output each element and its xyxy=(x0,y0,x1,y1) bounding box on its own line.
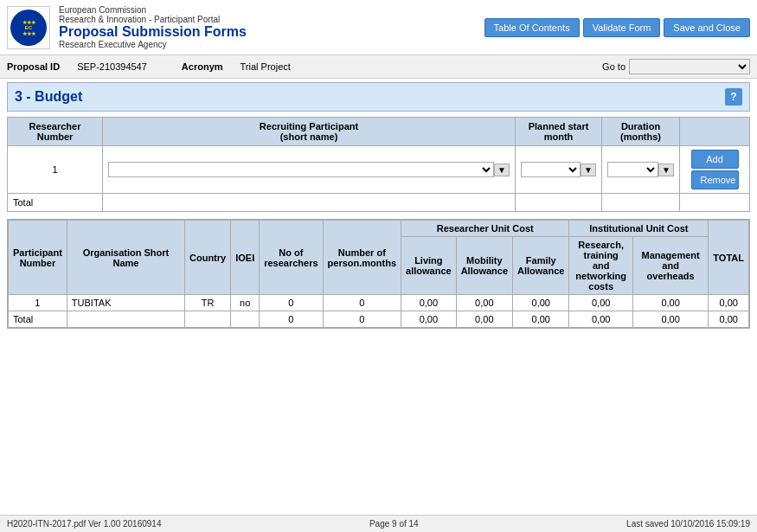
td-country: TR xyxy=(185,295,231,311)
bottom-table: ParticipantNumber Organisation Short Nam… xyxy=(8,220,749,328)
recruiting-dropdown-btn[interactable]: ▼ xyxy=(494,163,510,176)
td-total-person-months: 0 xyxy=(323,311,401,328)
total-btns-cell xyxy=(680,194,749,211)
duration-cell[interactable]: ▼ xyxy=(602,146,680,193)
page-footer: H2020-ITN-2017.pdf Ver 1.00 20160914 Pag… xyxy=(0,515,757,532)
td-management: 0,00 xyxy=(632,295,708,311)
th-family: FamilyAllowance xyxy=(513,237,569,295)
th-org-short: Organisation Short Name xyxy=(67,221,184,295)
form-total-row: Total xyxy=(8,194,749,211)
help-button[interactable]: ? xyxy=(725,88,742,106)
td-total-country xyxy=(185,311,231,328)
duration-select[interactable] xyxy=(607,162,658,177)
th-person-months: Number ofperson.months xyxy=(323,221,401,295)
ec-logo: ★★★EC★★★ xyxy=(7,6,50,49)
th-mobility: MobilityAllowance xyxy=(456,237,512,295)
header-text: European Commission Research & Innovatio… xyxy=(59,5,484,49)
total-row: Total 0 0 0,00 0,00 0,00 0,00 0,00 0,00 xyxy=(9,311,749,328)
footer-page: Page 9 of 14 xyxy=(369,519,419,529)
org-line1: European Commission xyxy=(59,5,484,15)
td-ioei: no xyxy=(231,295,260,311)
th-no-researchers: No ofresearchers xyxy=(260,221,323,295)
validate-button[interactable]: Validate Form xyxy=(583,18,661,37)
td-total-no-researchers: 0 xyxy=(260,311,323,328)
add-button[interactable]: Add xyxy=(691,150,739,169)
header-buttons: Table Of Contents Validate Form Save and… xyxy=(484,18,750,37)
acronym-label: Acronym xyxy=(182,61,223,72)
total-label: Total xyxy=(8,194,103,211)
footer-version: H2020-ITN-2017.pdf Ver 1.00 20160914 xyxy=(7,519,161,529)
duration-dropdown-btn[interactable]: ▼ xyxy=(658,163,674,176)
form-header: Researcher Number Recruiting Participant… xyxy=(8,118,749,146)
td-total-org xyxy=(67,311,184,328)
th-ioei: IOEI xyxy=(231,221,260,295)
th-management: Managementand overheads xyxy=(632,237,708,295)
app-subtitle: Research Executive Agency xyxy=(59,40,484,49)
td-total-living: 0,00 xyxy=(401,311,457,328)
planned-start-cell[interactable]: ▼ xyxy=(516,146,602,193)
toc-button[interactable]: Table Of Contents xyxy=(484,18,580,37)
td-total-total: 0,00 xyxy=(709,311,749,328)
acronym-value: Trial Project xyxy=(241,61,291,72)
goto-container: Go to xyxy=(602,59,750,74)
th-living: Livingallowance xyxy=(401,237,457,295)
td-mobility: 0,00 xyxy=(456,295,512,311)
col-header-recruiting: Recruiting Participant(short name) xyxy=(103,118,516,145)
researcher-number-cell: 1 xyxy=(8,146,103,193)
td-org-short: TUBITAK xyxy=(67,295,184,311)
page-header: ★★★EC★★★ European Commission Research & … xyxy=(0,0,757,55)
org-line2: Research & Innovation - Participant Port… xyxy=(59,15,484,24)
section-title: 3 - Budget xyxy=(15,89,82,105)
td-living: 0,00 xyxy=(401,295,457,311)
footer-last-saved: Last saved 10/10/2016 15:09:19 xyxy=(626,519,750,529)
proposal-id-value: SEP-210394547 xyxy=(77,61,147,72)
recruiting-cell[interactable]: ▼ xyxy=(103,146,516,193)
td-person-months: 0 xyxy=(323,295,401,311)
form-action-buttons: Add Remove xyxy=(680,146,749,193)
goto-select[interactable] xyxy=(629,59,750,74)
th-total: TOTAL xyxy=(709,221,749,295)
td-family: 0,00 xyxy=(513,295,569,311)
top-form: Researcher Number Recruiting Participant… xyxy=(7,117,750,212)
td-total-research: 0,00 xyxy=(569,311,632,328)
td-total: 0,00 xyxy=(709,295,749,311)
save-close-button[interactable]: Save and Close xyxy=(664,18,750,37)
form-row-1: 1 ▼ ▼ ▼ Add Remove xyxy=(8,146,749,194)
td-research-training: 0,00 xyxy=(569,295,632,311)
td-total-ioei xyxy=(231,311,260,328)
remove-button[interactable]: Remove xyxy=(691,170,739,189)
table-row: 1 TUBITAK TR no 0 0 0,00 0,00 0,00 0,00 … xyxy=(9,295,749,311)
section-title-bar: 3 - Budget ? xyxy=(7,82,750,112)
th-researcher-unit-cost: Researcher Unit Cost xyxy=(401,221,569,237)
td-participant-number: 1 xyxy=(9,295,67,311)
planned-dropdown-btn[interactable]: ▼ xyxy=(581,163,596,176)
td-total-label: Total xyxy=(9,311,67,328)
td-total-family: 0,00 xyxy=(513,311,569,328)
planned-select[interactable] xyxy=(521,162,581,177)
td-no-researchers: 0 xyxy=(260,295,323,311)
total-recruiting-cell xyxy=(103,194,516,211)
proposal-bar: Proposal ID SEP-210394547 Acronym Trial … xyxy=(0,55,757,79)
col-header-btns xyxy=(680,118,749,145)
col-header-duration: Duration(months) xyxy=(602,118,680,145)
th-research-training: Research,training andnetworkingcosts xyxy=(569,237,632,295)
th-participant-number: ParticipantNumber xyxy=(9,221,67,295)
td-total-management: 0,00 xyxy=(632,311,708,328)
col-header-planned: Planned start month xyxy=(516,118,602,145)
col-header-researcher-number: Researcher Number xyxy=(8,118,103,145)
th-country: Country xyxy=(185,221,231,295)
total-planned-cell xyxy=(516,194,602,211)
bottom-table-container: ParticipantNumber Organisation Short Nam… xyxy=(7,219,750,329)
goto-label: Go to xyxy=(602,61,625,72)
app-title: Proposal Submission Forms xyxy=(59,24,484,40)
td-total-mobility: 0,00 xyxy=(456,311,512,328)
proposal-id-label: Proposal ID xyxy=(7,61,60,72)
th-institution-unit-cost: Institutional Unit Cost xyxy=(569,221,709,237)
total-duration-cell xyxy=(602,194,680,211)
recruiting-select[interactable] xyxy=(108,162,494,177)
